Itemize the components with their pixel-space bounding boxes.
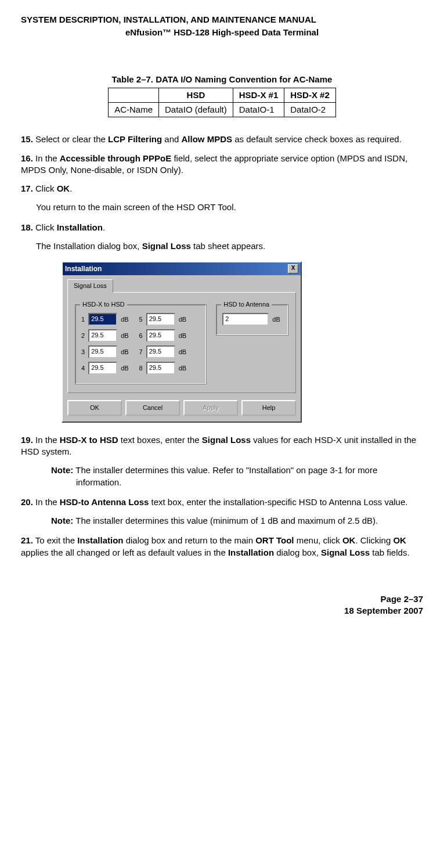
step-20-b: HSD-to Antenna Loss	[60, 497, 149, 507]
step-20: 20. In the HSD-to Antenna Loss text box,…	[21, 496, 423, 508]
db-1: dB	[121, 315, 128, 324]
th-hsdx2: HSD-X #2	[284, 88, 336, 102]
step-15-text-c: and	[162, 134, 181, 144]
naming-convention-table: HSD HSD-X #1 HSD-X #2 AC-Name DataIO (de…	[108, 88, 336, 118]
cancel-button[interactable]: Cancel	[125, 400, 180, 416]
hsdx-label-7: 7	[139, 348, 143, 356]
step-15-num: 15.	[21, 134, 33, 144]
hsdx-label-6: 6	[139, 332, 143, 340]
tab-signal-loss[interactable]: Signal Loss	[67, 279, 113, 293]
db-2: dB	[121, 332, 128, 340]
step-19-num: 19.	[21, 435, 33, 445]
s21-c: dialog box and return to the main	[124, 535, 256, 545]
hsdx-label-5: 5	[139, 315, 143, 324]
db-3: dB	[121, 348, 128, 356]
hsdx-input-2[interactable]: 29.5	[88, 329, 117, 342]
note-text-20: The installer determines this value (min…	[73, 516, 378, 525]
db-ant: dB	[272, 315, 280, 324]
apply-button[interactable]: Apply	[183, 400, 238, 416]
step-19-c: text boxes, enter the	[118, 435, 202, 445]
th-hsd: HSD	[159, 88, 233, 102]
close-icon[interactable]: X	[288, 264, 298, 273]
help-button[interactable]: Help	[241, 400, 296, 416]
step-20-c: text box, enter the installation-specifi…	[149, 497, 407, 507]
note-text-19: The installer determines this value. Ref…	[73, 465, 377, 487]
step-17-num: 17.	[21, 183, 33, 193]
step-17-bold: OK	[57, 183, 70, 193]
step-15: 15. Select or clear the LCP Filtering an…	[21, 134, 423, 145]
s21-d: ORT Tool	[255, 535, 294, 545]
hsdx-input-4[interactable]: 29.5	[88, 362, 117, 374]
hsdx-label-1: 1	[81, 315, 85, 324]
step-16-text-a: In the	[35, 153, 60, 163]
step-20-note: Note: The installer determines this valu…	[51, 515, 423, 527]
step-18-sub: The Installation dialog box, Signal Loss…	[36, 240, 423, 252]
hsdx-input-5[interactable]: 29.5	[146, 313, 175, 326]
doc-header-subtitle: eNfusion™ HSD-128 High-speed Data Termin…	[21, 27, 423, 38]
step-18-text-c: .	[103, 222, 105, 232]
step-15-bold-2: Allow MPDS	[182, 134, 233, 144]
s21-f: OK	[342, 535, 356, 545]
s21-i: applies the all changed or left as defau…	[21, 548, 228, 557]
step-21: 21. To exit the Installation dialog box …	[21, 535, 423, 559]
step-16-num: 16.	[21, 153, 33, 163]
s21-k: dialog box,	[274, 548, 321, 557]
note-label-19: Note:	[51, 465, 73, 475]
antenna-input[interactable]: 2	[222, 313, 269, 326]
td-hsd: DataIO (default)	[159, 103, 233, 117]
step-20-a: In the	[35, 497, 60, 507]
ok-button[interactable]: OK	[67, 400, 122, 416]
hsdx-input-7[interactable]: 29.5	[146, 345, 175, 358]
s21-j: Installation	[228, 548, 274, 557]
page-footer: Page 2–37 18 September 2007	[21, 593, 423, 617]
dialog-titlebar[interactable]: Installation X	[63, 262, 301, 275]
db-7: dB	[179, 348, 186, 356]
step-19: 19. In the HSD-X to HSD text boxes, ente…	[21, 434, 423, 458]
hsdx-label-3: 3	[81, 348, 85, 356]
hsdx-input-8[interactable]: 29.5	[146, 362, 175, 374]
step-18-sub-a: The Installation dialog box,	[36, 241, 142, 251]
s21-h: OK	[393, 535, 406, 545]
td-hsdx1: DataIO-1	[233, 103, 284, 117]
dialog-title: Installation	[65, 264, 102, 273]
s21-g: . Clicking	[355, 535, 393, 545]
table-caption: Table 2–7. DATA I/O Naming Convention fo…	[21, 74, 423, 85]
step-18-sub-b: Signal Loss	[142, 241, 191, 251]
hsdx-label-4: 4	[81, 364, 85, 373]
step-15-bold-1: LCP Filtering	[108, 134, 162, 144]
group-ant-legend: HSD to Antenna	[221, 300, 272, 309]
page-number: Page 2–37	[21, 593, 423, 605]
step-17-text-a: Click	[35, 183, 57, 193]
step-16-bold: Accessible through PPPoE	[60, 153, 172, 163]
step-17-text-c: .	[70, 183, 72, 193]
s21-e: menu, click	[294, 535, 342, 545]
step-19-note: Note: The installer determines this valu…	[51, 464, 423, 488]
td-hsdx2: DataIO-2	[284, 103, 336, 117]
step-18-bold: Installation	[57, 222, 103, 232]
step-19-d: Signal Loss	[202, 435, 251, 445]
group-hsdx-to-hsd: HSD-X to HSD 129.5dB 229.5dB 329.5dB 429…	[75, 304, 207, 384]
note-label-20: Note:	[51, 516, 73, 525]
db-6: dB	[179, 332, 186, 340]
page-date: 18 September 2007	[21, 605, 423, 617]
s21-l: Signal Loss	[321, 548, 370, 557]
group-hsd-to-antenna: HSD to Antenna 2dB	[216, 304, 288, 336]
group-hsdx-legend: HSD-X to HSD	[80, 300, 127, 309]
s21-m: tab fields.	[370, 548, 409, 557]
step-18-sub-c: tab sheet appears.	[191, 241, 265, 251]
hsdx-label-8: 8	[139, 364, 143, 373]
th-blank	[109, 88, 159, 102]
step-16: 16. In the Accessible through PPPoE fiel…	[21, 153, 423, 177]
step-20-num: 20.	[21, 497, 33, 507]
hsdx-input-6[interactable]: 29.5	[146, 329, 175, 342]
doc-header-title: SYSTEM DESCRIPTION, INSTALLATION, AND MA…	[21, 14, 423, 26]
hsdx-input-1[interactable]: 29.5	[88, 313, 117, 326]
step-21-num: 21.	[21, 535, 33, 545]
s21-a: To exit the	[35, 535, 78, 545]
step-18-num: 18.	[21, 222, 33, 232]
step-17-sub: You return to the main screen of the HSD…	[36, 201, 423, 213]
th-hsdx1: HSD-X #1	[233, 88, 284, 102]
hsdx-input-3[interactable]: 29.5	[88, 345, 117, 358]
td-acname: AC-Name	[109, 103, 159, 117]
hsdx-label-2: 2	[81, 332, 85, 340]
